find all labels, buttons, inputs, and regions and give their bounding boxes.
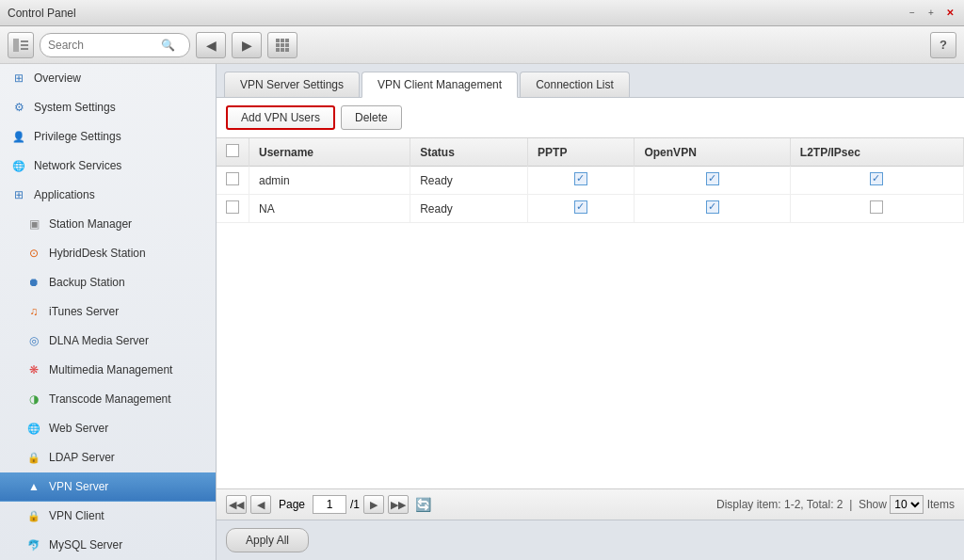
hybrid-icon [26, 246, 41, 261]
apply-bar: Apply All [217, 520, 964, 560]
main-layout: Overview System Settings Privilege Setti… [0, 64, 964, 560]
row-checkbox[interactable] [226, 172, 239, 185]
sidebar-label-network: Network Services [34, 159, 121, 172]
sidebar-item-overview[interactable]: Overview [0, 64, 216, 93]
l2tp-checkbox[interactable] [870, 200, 883, 214]
sidebar-label-dlna: DLNA Media Server [49, 334, 149, 347]
pptp-checkbox[interactable] [574, 172, 587, 185]
vpn-users-table: Username Status PPTP OpenVPN L2TP/IPsec … [217, 138, 964, 223]
sidebar-item-webserver[interactable]: Web Server [0, 414, 216, 443]
per-page-select[interactable]: 10 25 50 [890, 495, 924, 514]
row-select-cell [217, 167, 249, 195]
grid-icon [276, 39, 289, 52]
svg-rect-8 [281, 43, 284, 47]
page-label: Page [279, 498, 305, 511]
refresh-button[interactable]: 🔄 [412, 495, 433, 514]
row-status: Ready [410, 195, 528, 223]
multimedia-icon [26, 362, 41, 377]
sidebar-label-hybrid: HybridDesk Station [49, 247, 146, 260]
sidebar-item-backup-station[interactable]: Backup Station [0, 268, 216, 297]
page-info: Display item: 1-2, Total: 2 | Show 10 25… [716, 495, 955, 514]
sidebar-item-transcode[interactable]: Transcode Management [0, 385, 216, 414]
webserver-icon [26, 421, 41, 436]
next-page-button[interactable]: ▶ [363, 495, 384, 514]
select-all-checkbox[interactable] [226, 144, 239, 157]
sidebar-label-backup: Backup Station [49, 276, 125, 289]
svg-rect-9 [285, 43, 289, 47]
svg-rect-3 [21, 48, 28, 50]
window-title: Control Panel [8, 7, 76, 20]
tab-connection-list[interactable]: Connection List [520, 72, 630, 97]
help-button[interactable]: ? [930, 32, 956, 58]
sidebar-label-itunes: iTunes Server [49, 305, 119, 318]
vpnclient-icon [26, 508, 41, 523]
add-vpn-users-button[interactable]: Add VPN Users [226, 105, 335, 130]
page-number-input[interactable] [313, 495, 346, 514]
vpn-server-icon: ▲ [26, 479, 41, 494]
sidebar-label-privilege: Privilege Settings [34, 130, 121, 143]
tab-vpn-client-management[interactable]: VPN Client Management [362, 72, 518, 98]
pptp-checkbox[interactable] [574, 200, 587, 214]
svg-rect-4 [276, 39, 280, 42]
sidebar-item-ldap[interactable]: LDAP Server [0, 443, 216, 472]
apps-icon [11, 187, 26, 202]
row-select-cell [217, 195, 249, 223]
sidebar-item-privilege[interactable]: Privilege Settings [0, 122, 216, 152]
sidebar-label-overview: Overview [34, 72, 81, 85]
sidebar-item-vpn-server[interactable]: ▲ VPN Server [0, 472, 216, 502]
search-input[interactable] [48, 39, 161, 52]
svg-rect-0 [13, 39, 19, 52]
back-button[interactable]: ◀ [196, 32, 226, 58]
privilege-icon [11, 129, 26, 144]
forward-button[interactable]: ▶ [232, 32, 262, 58]
total-pages-label: /1 [350, 498, 360, 511]
svg-rect-11 [281, 48, 284, 52]
table-container: Username Status PPTP OpenVPN L2TP/IPsec … [217, 138, 964, 488]
row-username: admin [249, 167, 410, 195]
pagination-bar: ◀◀ ◀ Page /1 ▶ ▶▶ 🔄 Display item: 1-2, T… [217, 488, 964, 520]
sidebar-label-transcode: Transcode Management [49, 392, 171, 406]
table-row: NA Ready [217, 195, 964, 223]
apply-all-button[interactable]: Apply All [226, 528, 309, 552]
prev-page-button[interactable]: ◀ [250, 495, 271, 514]
openvpn-checkbox[interactable] [706, 172, 719, 185]
sidebar-item-multimedia[interactable]: Multimedia Management [0, 356, 216, 385]
sidebar-item-hybriddesk[interactable]: HybridDesk Station [0, 239, 216, 268]
tab-bar: VPN Server Settings VPN Client Managemen… [217, 64, 964, 98]
window-controls: − + ✕ [906, 7, 956, 20]
row-openvpn [635, 167, 790, 195]
itunes-icon [26, 304, 41, 319]
sidebar-item-dlna[interactable]: DLNA Media Server [0, 327, 216, 356]
sidebar-item-system[interactable]: System Settings [0, 93, 216, 122]
tab-vpn-server-settings[interactable]: VPN Server Settings [224, 72, 360, 97]
openvpn-checkbox[interactable] [706, 200, 719, 214]
row-checkbox[interactable] [226, 200, 239, 214]
delete-button[interactable]: Delete [341, 105, 402, 130]
close-button[interactable]: ✕ [943, 7, 956, 20]
grid-button[interactable] [267, 32, 297, 58]
last-page-button[interactable]: ▶▶ [388, 495, 409, 514]
l2tp-checkbox[interactable] [870, 172, 883, 185]
minimize-button[interactable]: − [906, 7, 919, 20]
sidebar-label-vpn-server: VPN Server [49, 480, 108, 493]
header-l2tp: L2TP/IPsec [790, 138, 963, 167]
sidebar-label-vpn-client: VPN Client [49, 509, 104, 522]
sidebar-item-network[interactable]: Network Services [0, 152, 216, 181]
row-username: NA [249, 195, 410, 223]
maximize-button[interactable]: + [924, 7, 938, 20]
first-page-button[interactable]: ◀◀ [226, 495, 247, 514]
sidebar-item-station-manager[interactable]: Station Manager [0, 210, 216, 239]
sidebar-toggle-button[interactable] [8, 32, 34, 58]
header-status: Status [410, 138, 528, 167]
sidebar-item-itunes[interactable]: iTunes Server [0, 297, 216, 327]
sidebar-item-applications[interactable]: Applications [0, 181, 216, 210]
header-select [217, 138, 249, 167]
svg-rect-2 [21, 44, 28, 46]
row-openvpn [635, 195, 790, 223]
sidebar-item-mysql[interactable]: MySQL Server [0, 531, 216, 560]
sidebar-toggle-icon [13, 39, 28, 52]
svg-rect-10 [276, 48, 280, 52]
sidebar-item-vpn-client[interactable]: VPN Client [0, 502, 216, 531]
sidebar: Overview System Settings Privilege Setti… [0, 64, 217, 560]
forward-icon: ▶ [242, 38, 252, 53]
